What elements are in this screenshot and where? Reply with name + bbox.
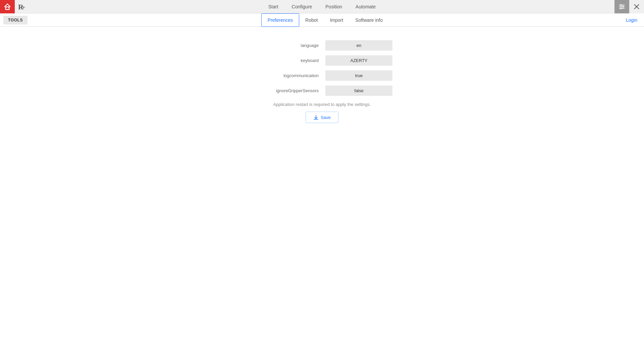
preferences-content: language en keyboard AZERTY logcommunica… [0, 27, 644, 362]
tools-button[interactable]: TOOLS [3, 16, 28, 24]
save-icon [313, 115, 319, 120]
nav-configure[interactable]: Configure [285, 0, 319, 13]
save-button[interactable]: Save [306, 112, 338, 123]
top-nav-bar: R + Start Configure Position Automate [0, 0, 644, 13]
language-value[interactable]: en [325, 40, 392, 51]
svg-point-7 [622, 6, 624, 7]
tab-import[interactable]: Import [324, 13, 350, 27]
keyboard-label: keyboard [252, 58, 319, 63]
nav-start[interactable]: Start [262, 0, 285, 13]
svg-point-6 [620, 4, 622, 6]
tabs-container: Preferences Robot Import Software info [28, 13, 623, 27]
close-button[interactable] [629, 0, 644, 13]
svg-point-8 [620, 8, 622, 9]
nav-items: Start Configure Position Automate [30, 0, 614, 13]
settings-grid: language en keyboard AZERTY logcommunica… [252, 40, 392, 96]
logcommunication-label: logcommunication [252, 73, 319, 78]
ignoregrippersensors-label: ignoreGripperSensors [252, 88, 319, 93]
restart-note: Application restart is required to apply… [273, 102, 371, 107]
logcommunication-value[interactable]: true [325, 70, 392, 81]
brand-logo: R + [15, 0, 30, 13]
login-button[interactable]: Login [623, 17, 641, 23]
nav-automate[interactable]: Automate [349, 0, 382, 13]
ignoregrippersensors-value[interactable]: false [325, 85, 392, 96]
nav-position[interactable]: Position [319, 0, 349, 13]
keyboard-value[interactable]: AZERTY [325, 55, 392, 66]
tab-robot[interactable]: Robot [299, 13, 324, 27]
settings-icon-button[interactable] [614, 0, 629, 13]
tab-software-info[interactable]: Software info [349, 13, 389, 27]
language-label: language [252, 43, 319, 48]
logo-red[interactable] [0, 0, 15, 13]
nav-right [614, 0, 644, 13]
tab-preferences[interactable]: Preferences [261, 13, 299, 27]
svg-text:+: + [22, 5, 25, 10]
second-bar: TOOLS Preferences Robot Import Software … [0, 13, 644, 27]
save-label: Save [321, 115, 331, 120]
